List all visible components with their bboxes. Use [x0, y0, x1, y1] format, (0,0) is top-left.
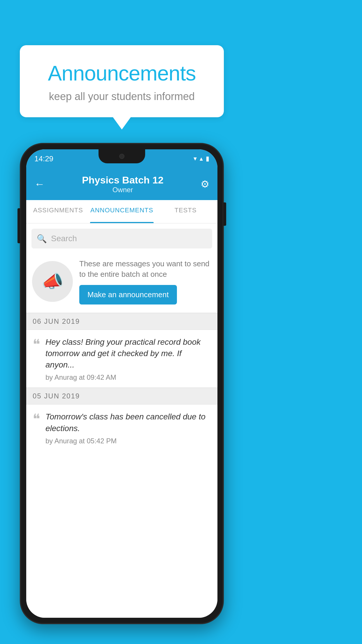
wifi-icon: ▾ [194, 155, 197, 162]
announcement-promo: 📣 These are messages you want to send to… [26, 253, 217, 313]
promo-description: These are messages you want to send to t… [79, 258, 212, 280]
screen-content: 🔍 Search 📣 These are messages you want t… [26, 223, 217, 618]
date-divider-1: 06 JUN 2019 [26, 313, 217, 330]
announcement-content-2: Tomorrow's class has been cancelled due … [45, 411, 211, 445]
phone-screen: 14:29 ▾ ▴ ▮ ← Physics Batch 12 Owner ⚙ [26, 149, 217, 618]
search-bar[interactable]: 🔍 Search [31, 229, 212, 249]
app-bar-title: Physics Batch 12 [82, 174, 164, 186]
promo-icon-circle: 📣 [32, 261, 73, 302]
make-announcement-button[interactable]: Make an announcement [79, 285, 177, 304]
quote-icon-1: ❝ [33, 337, 40, 351]
speech-bubble: Announcements keep all your students inf… [20, 45, 224, 117]
phone-outer: 14:29 ▾ ▴ ▮ ← Physics Batch 12 Owner ⚙ [20, 143, 224, 624]
quote-icon-2: ❝ [33, 412, 40, 426]
status-icons: ▾ ▴ ▮ [194, 155, 209, 162]
megaphone-icon: 📣 [42, 271, 64, 292]
announcement-author-2: by Anurag at 05:42 PM [45, 437, 117, 445]
speech-bubble-container: Announcements keep all your students inf… [20, 45, 224, 117]
tab-announcements[interactable]: ANNOUNCEMENTS [90, 200, 154, 223]
announcement-item-2[interactable]: ❝ Tomorrow's class has been cancelled du… [26, 405, 217, 451]
front-camera [119, 154, 124, 159]
announcement-text-2: Tomorrow's class has been cancelled due … [45, 411, 211, 434]
settings-button[interactable]: ⚙ [201, 178, 209, 190]
announcement-text-1: Hey class! Bring your practical record b… [45, 336, 211, 371]
search-icon: 🔍 [37, 234, 47, 244]
announcement-item-1[interactable]: ❝ Hey class! Bring your practical record… [26, 330, 217, 388]
app-bar-center: Physics Batch 12 Owner [82, 174, 164, 194]
search-placeholder: Search [51, 234, 77, 243]
back-button[interactable]: ← [34, 178, 45, 190]
signal-icon: ▴ [200, 155, 203, 162]
tab-assignments[interactable]: ASSIGNMENTS [26, 200, 90, 223]
phone-mockup: 14:29 ▾ ▴ ▮ ← Physics Batch 12 Owner ⚙ [20, 143, 224, 624]
bubble-title: Announcements [37, 61, 206, 85]
app-bar-subtitle: Owner [82, 186, 164, 194]
date-divider-2: 05 JUN 2019 [26, 388, 217, 405]
status-time: 14:29 [34, 154, 53, 163]
announcement-content-1: Hey class! Bring your practical record b… [45, 336, 211, 382]
tabs-bar: ASSIGNMENTS ANNOUNCEMENTS TESTS [26, 200, 217, 223]
announcement-author-1: by Anurag at 09:42 AM [45, 373, 116, 381]
promo-text-area: These are messages you want to send to t… [79, 258, 212, 304]
tab-tests[interactable]: TESTS [154, 200, 217, 223]
phone-notch [99, 149, 145, 163]
battery-icon: ▮ [206, 155, 209, 162]
bubble-subtitle: keep all your students informed [37, 90, 206, 103]
app-bar: ← Physics Batch 12 Owner ⚙ [26, 168, 217, 200]
